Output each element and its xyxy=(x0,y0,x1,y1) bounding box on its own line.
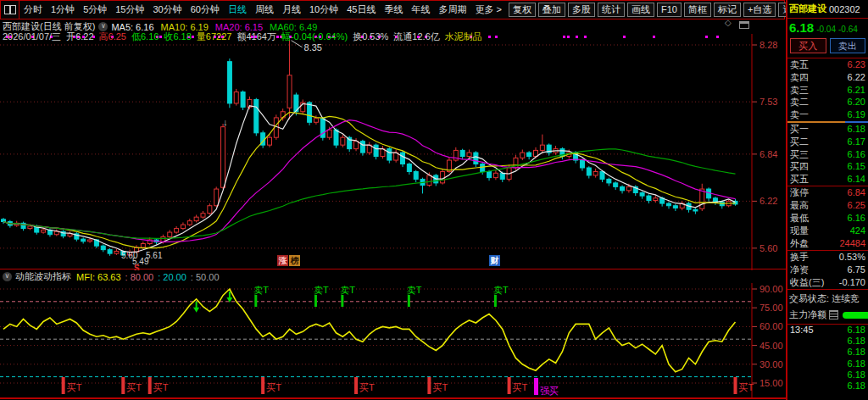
stat-row2-value: -0.170 xyxy=(839,276,865,289)
main-net-bar xyxy=(843,312,868,319)
panel-divider[interactable] xyxy=(0,269,786,269)
toolbar-button-4[interactable]: 统计 xyxy=(598,3,625,17)
bid-row-label: 买三 xyxy=(790,148,809,161)
price-change: -0.04 xyxy=(816,25,836,34)
candle-up xyxy=(175,226,179,234)
candle-up xyxy=(187,219,192,226)
candle-up xyxy=(381,146,385,158)
tick-price: 6.18 xyxy=(848,347,865,358)
info-item-10: 流通12.6亿 xyxy=(393,31,439,42)
list-icon[interactable] xyxy=(829,310,838,319)
svg-text:买T: 买T xyxy=(126,382,142,392)
signal-dot xyxy=(576,36,578,38)
tab-period-1[interactable]: 分时 xyxy=(19,3,47,16)
bid-row-2[interactable]: 买二6.17 xyxy=(787,136,868,148)
chevron-down-icon[interactable]: ∨ xyxy=(3,272,12,281)
bid-row-4[interactable]: 买四6.15 xyxy=(787,160,868,173)
tab-period-10[interactable]: 10分钟 xyxy=(305,3,342,16)
tab-period-3[interactable]: 5分钟 xyxy=(79,3,111,16)
sell-button[interactable]: 卖出 xyxy=(830,38,866,53)
indicator-value-1: MFI: 63.63 xyxy=(76,272,121,282)
indicator-axis-label: 90.00 xyxy=(760,284,783,294)
toolbar-button-7[interactable]: 简框 xyxy=(684,3,711,17)
tab-period-9[interactable]: 月线 xyxy=(278,3,305,16)
last-price: 6.18 xyxy=(789,20,814,35)
tab-period-7[interactable]: 日线 xyxy=(224,3,251,16)
tab-period-13[interactable]: 年线 xyxy=(408,3,435,16)
signal-dot xyxy=(653,36,655,38)
event-badge-3[interactable]: 财 xyxy=(489,255,500,266)
stat-row2-3: 收益(三)-0.170 xyxy=(787,276,868,289)
bid-row-3[interactable]: 买三6.16 xyxy=(787,148,868,161)
toolbar-button-3[interactable]: 多股 xyxy=(568,3,595,17)
event-badge-1[interactable]: 涨 xyxy=(277,255,288,266)
toolbar-button-8[interactable]: 标记 xyxy=(714,3,741,17)
buy-signal-flag: 买T xyxy=(148,377,169,394)
stat-row2-value: 0.53% xyxy=(839,251,865,264)
candle-up xyxy=(394,150,398,163)
ask-row-3[interactable]: 卖三6.21 xyxy=(787,84,868,97)
stat-row2-label: 换手 xyxy=(790,251,809,264)
toolbar-button-2[interactable]: 叠加 xyxy=(538,3,565,17)
candle-up xyxy=(181,222,185,230)
tick-price: 6.18 xyxy=(848,358,865,369)
tick-row-2: 6.18 xyxy=(787,336,868,347)
tab-period-14[interactable]: 多周期 xyxy=(435,3,471,16)
toolbar-button-5[interactable]: 画线 xyxy=(627,3,654,17)
tab-period-15[interactable]: 更多 > xyxy=(471,3,506,16)
candle-down xyxy=(420,178,425,194)
signal-dot xyxy=(488,36,491,38)
maximize-window-icon[interactable] xyxy=(739,21,749,29)
ask-row-value: 6.22 xyxy=(848,71,865,84)
tab-period-5[interactable]: 30分钟 xyxy=(149,3,186,16)
tab-period-12[interactable]: 季线 xyxy=(381,3,408,16)
main-net-row: 主力净额 xyxy=(787,307,868,324)
bid-row-1[interactable]: 买一6.18 xyxy=(787,123,868,136)
toolbar-button-6[interactable]: F10 xyxy=(657,3,682,17)
tab-period-11[interactable]: 45日线 xyxy=(342,3,380,16)
ask-row-label: 卖四 xyxy=(790,71,809,84)
bid-row-5[interactable]: 买五6.14 xyxy=(787,173,868,186)
bottom-border xyxy=(0,397,868,399)
ask-row-1[interactable]: 卖五6.23 xyxy=(787,58,868,71)
candlestick-chart[interactable]: 8.287.536.846.225.608.355.605.495.61S↓ xyxy=(0,34,787,270)
tab-period-8[interactable]: 周线 xyxy=(251,3,278,16)
candle-down xyxy=(81,237,86,243)
buy-button[interactable]: 买入 xyxy=(790,38,826,53)
tab-period-6[interactable]: 60分钟 xyxy=(186,3,224,16)
stat-row-value: 6.84 xyxy=(848,186,865,199)
bid-levels: 买一6.18买二6.17买三6.16买四6.15买五6.14 xyxy=(787,123,868,186)
tick-list: 13:456.186.186.186.186.186.18 xyxy=(787,325,868,392)
candle-up xyxy=(221,124,225,189)
price-axis-label: 5.60 xyxy=(760,243,777,253)
sell-signal-flag: 卖T xyxy=(493,285,509,307)
indicator-chart[interactable]: 90.0075.0060.0045.0030.0015.00卖T卖T卖T卖T卖T… xyxy=(0,283,787,397)
candle-down xyxy=(101,244,105,252)
ask-row-5[interactable]: 卖一6.19 xyxy=(787,108,868,121)
candle-up xyxy=(593,169,598,178)
ask-row-value: 6.19 xyxy=(848,108,865,121)
ma60-line xyxy=(3,149,736,239)
toolbar-button-1[interactable]: 复权 xyxy=(509,3,536,17)
stat-row-label: 最高 xyxy=(790,199,809,212)
toolbar-button-9[interactable]: +自选 xyxy=(743,3,776,17)
ask-row-4[interactable]: 卖二6.20 xyxy=(787,96,868,108)
event-badge-2[interactable]: 榜 xyxy=(289,255,300,266)
tab-period-4[interactable]: 15分钟 xyxy=(111,3,148,16)
candle-up xyxy=(341,135,345,147)
signal-dot xyxy=(495,36,498,38)
diamond-icon[interactable]: ◇ xyxy=(725,18,732,27)
svg-text:买T: 买T xyxy=(67,382,82,392)
candle-up xyxy=(301,99,305,114)
tick-row-3: 6.18 xyxy=(787,347,868,358)
tick-row-5: 6.18 xyxy=(787,369,868,381)
svg-text:买T: 买T xyxy=(432,382,448,392)
tab-period-2[interactable]: 1分钟 xyxy=(47,3,79,16)
indicator-axis-label: 75.00 xyxy=(760,303,783,313)
candle-up xyxy=(287,40,292,119)
buy-signal-flag: 买T xyxy=(261,377,281,394)
info-item-4: 低6.16 xyxy=(131,31,159,42)
split-window-icon[interactable] xyxy=(1,1,19,19)
indicator-axis-label: 30.00 xyxy=(760,359,783,369)
ask-row-2[interactable]: 卖四6.22 xyxy=(787,71,868,84)
